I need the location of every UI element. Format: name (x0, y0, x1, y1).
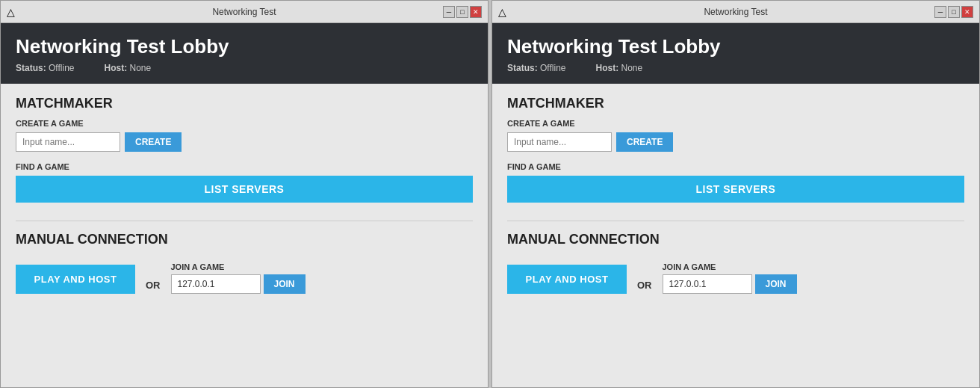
unity-logo-icon: △ (7, 6, 15, 18)
join-section-1: JOIN A GAME JOIN (171, 262, 306, 294)
maximize-button-2[interactable]: □ (948, 6, 960, 18)
create-label-2: CREATE A GAME (507, 119, 964, 128)
play-host-button-1[interactable]: PLAY AND HOST (16, 265, 135, 294)
find-label-1: FIND A GAME (16, 162, 473, 171)
manual-row-1: PLAY AND HOST OR JOIN A GAME JOIN (16, 262, 473, 294)
title-bar-title-2: Networking Test (704, 7, 767, 17)
ip-input-2[interactable] (663, 274, 752, 294)
host-label-1: Host: None (104, 63, 151, 73)
manual-title-2: MANUAL CONNECTION (507, 232, 964, 247)
unity-logo-icon-2: △ (498, 6, 506, 18)
minimize-button-1[interactable]: ─ (443, 6, 455, 18)
input-name-2[interactable] (507, 132, 612, 152)
create-button-1[interactable]: CREATE (125, 132, 182, 152)
input-name-1[interactable] (16, 132, 120, 152)
minimize-button-2[interactable]: ─ (934, 6, 946, 18)
title-bar-1: △ Networking Test ─ □ ✕ (1, 1, 488, 23)
ip-input-1[interactable] (171, 274, 261, 294)
join-row-1: JOIN (171, 274, 306, 294)
join-button-2[interactable]: JOIN (755, 274, 797, 294)
join-label-2: JOIN A GAME (663, 262, 797, 271)
create-label-1: CREATE A GAME (16, 119, 473, 128)
create-button-2[interactable]: CREATE (616, 132, 673, 152)
divider-2 (507, 221, 964, 221)
join-row-2: JOIN (663, 274, 797, 294)
window-2: △ Networking Test ─ □ ✕ Networking Test … (491, 0, 980, 388)
status-label-2: Status: Offline (507, 63, 565, 73)
title-bar-title-1: Networking Test (212, 7, 276, 17)
close-button-1[interactable]: ✕ (470, 6, 482, 18)
lobby-title-1: Networking Test Lobby (16, 35, 473, 58)
or-text-1: OR (146, 280, 161, 291)
status-label-1: Status: Offline (16, 63, 74, 73)
header-2: Networking Test Lobby Status: Offline Ho… (492, 23, 979, 84)
close-button-2[interactable]: ✕ (961, 6, 973, 18)
host-label-2: Host: None (595, 63, 642, 73)
manual-row-2: PLAY AND HOST OR JOIN A GAME JOIN (507, 262, 964, 294)
list-servers-button-2[interactable]: LIST SERVERS (507, 176, 964, 203)
find-label-2: FIND A GAME (507, 162, 964, 171)
content-2: MATCHMAKER CREATE A GAME CREATE FIND A G… (492, 84, 979, 387)
create-row-2: CREATE (507, 132, 964, 152)
content-1: MATCHMAKER CREATE A GAME CREATE FIND A G… (1, 84, 488, 387)
list-servers-button-1[interactable]: LIST SERVERS (16, 176, 473, 203)
lobby-title-2: Networking Test Lobby (507, 35, 964, 58)
matchmaker-title-1: MATCHMAKER (16, 96, 473, 111)
window-1: △ Networking Test ─ □ ✕ Networking Test … (0, 0, 489, 388)
maximize-button-1[interactable]: □ (456, 6, 468, 18)
divider-1 (16, 221, 473, 221)
play-host-button-2[interactable]: PLAY AND HOST (507, 265, 627, 294)
header-1: Networking Test Lobby Status: Offline Ho… (1, 23, 488, 84)
manual-title-1: MANUAL CONNECTION (16, 232, 473, 247)
matchmaker-title-2: MATCHMAKER (507, 96, 964, 111)
title-bar-2: △ Networking Test ─ □ ✕ (492, 1, 979, 23)
or-text-2: OR (637, 280, 652, 291)
create-row-1: CREATE (16, 132, 473, 152)
join-button-1[interactable]: JOIN (264, 274, 306, 294)
join-label-1: JOIN A GAME (171, 262, 306, 271)
join-section-2: JOIN A GAME JOIN (663, 262, 797, 294)
